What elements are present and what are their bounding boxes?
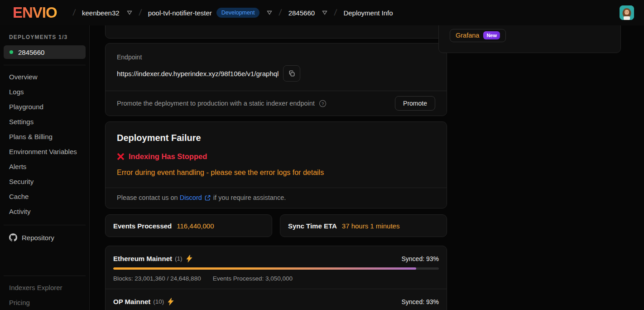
synced-percentage: Synced: 93% [402,298,439,305]
network-name: Ethereum Mainnet [113,255,172,262]
sidebar-item-playground[interactable]: Playground [0,99,89,114]
network-row-ethereum: Ethereum Mainnet (1) Synced: 93% Blocks:… [106,246,447,289]
breadcrumb: / keenbeen32 / pool-tvl-notifier-tester … [66,8,393,18]
networks-sync-card: Ethereum Mainnet (1) Synced: 93% Blocks:… [105,246,447,310]
indexing-status-text: Indexing Has Stopped [129,152,207,161]
promote-description: Promote the deployment to production wit… [117,100,315,107]
blocks-detail: Blocks: 23,001,360 / 24,648,880 [113,275,201,282]
deployments-section-label: DEPLOYMENTS 1/3 [9,34,89,40]
user-avatar[interactable] [620,5,634,20]
svg-text:?: ? [322,101,324,106]
org-dropdown-icon[interactable] [127,10,132,15]
stats-row: Events Processed 116,440,000 Sync Time E… [105,214,447,237]
breadcrumb-project[interactable]: pool-tvl-notifier-tester [148,9,212,17]
sync-eta-value: 37 hours 1 minutes [342,222,400,230]
sync-progress-track [113,267,439,270]
sync-eta-card: Sync Time ETA 37 hours 1 minutes [280,214,447,237]
synced-percentage: Synced: 93% [402,255,439,262]
sidebar-item-settings[interactable]: Settings [0,114,89,129]
sidebar-item-cache[interactable]: Cache [0,189,89,204]
sidebar-nav: Overview Logs Playground Settings Plans … [0,69,89,219]
breadcrumb-page: Deployment Info [343,9,393,17]
project-dropdown-icon[interactable] [267,10,272,15]
deployment-failure-card: Deployment Failure Indexing Has Stopped … [105,121,447,208]
sidebar-item-logs[interactable]: Logs [0,84,89,99]
selected-deployment-id: 2845660 [18,48,44,56]
error-message: Error during event handling - please see… [117,169,435,177]
sidebar-divider [4,65,86,65]
copy-icon [288,70,295,77]
repository-label: Repository [22,234,54,242]
sidebar-divider [4,225,86,225]
endpoint-url: https://indexer.dev.hyperindex.xyz/98f10… [117,70,279,78]
network-name: OP Mainnet [113,298,150,305]
sidebar-item-deployment-selected[interactable]: 2845660 [4,45,86,59]
external-link-icon[interactable] [205,195,211,202]
main-content: Endpoint https://indexer.dev.hyperindex.… [90,25,644,310]
sidebar-item-activity[interactable]: Activity [0,204,89,219]
top-header: ENVIO / keenbeen32 / pool-tvl-notifier-t… [0,0,644,25]
deployment-dropdown-icon[interactable] [322,10,327,15]
sidebar-item-repository[interactable]: Repository [0,229,89,247]
sidebar-item-security[interactable]: Security [0,174,89,189]
sidebar-footer-nav: Indexers Explorer Pricing [0,280,89,310]
grafana-button[interactable]: Grafana New [450,29,506,42]
network-row-op: OP Mainnet (10) Synced: 93% [106,289,447,310]
events-detail: Events Processed: 3,050,000 [213,275,293,282]
envio-logo[interactable]: ENVIO [13,4,57,21]
deployment-status-dot [10,50,13,54]
failure-card-title: Deployment Failure [117,133,435,143]
breadcrumb-deployment[interactable]: 2845660 [288,9,315,17]
breadcrumb-separator: / [72,8,76,18]
copy-endpoint-button[interactable] [283,65,300,82]
endpoint-card: Endpoint https://indexer.dev.hyperindex.… [105,43,447,116]
sidebar: DEPLOYMENTS 1/3 2845660 Overview Logs Pl… [0,25,90,310]
breadcrumb-org[interactable]: keenbeen32 [82,9,120,17]
grafana-label: Grafana [456,32,479,39]
contact-footer: Please contact us on Discord if you requ… [106,188,447,208]
breadcrumb-separator: / [334,8,337,18]
sidebar-item-indexers-explorer[interactable]: Indexers Explorer [0,280,89,295]
sidebar-item-pricing[interactable]: Pricing [0,295,89,310]
contact-text-suffix: if you require assistance. [211,194,286,201]
sidebar-item-alerts[interactable]: Alerts [0,159,89,174]
network-count: (10) [153,298,164,305]
new-badge: New [483,31,500,39]
sidebar-item-plans-billing[interactable]: Plans & Billing [0,129,89,144]
promote-button[interactable]: Promote [395,96,435,111]
events-processed-label: Events Processed [113,222,172,230]
promote-footer: Promote the deployment to production wit… [106,91,447,116]
events-processed-card: Events Processed 116,440,000 [105,214,272,237]
contact-text-prefix: Please contact us on [117,194,180,201]
endpoint-label: Endpoint [117,53,435,61]
help-icon[interactable]: ? [319,100,327,107]
breadcrumb-separator: / [138,8,142,18]
lightning-bolt-icon [186,255,192,262]
github-icon [9,233,17,242]
red-x-icon [117,153,125,160]
events-processed-value: 116,440,000 [177,222,214,230]
breadcrumb-separator: / [279,8,282,18]
lightning-bolt-icon [168,298,174,305]
sidebar-item-environment-variables[interactable]: Environment Variables [0,144,89,159]
sync-progress-fill [113,267,416,270]
network-count: (1) [175,255,183,262]
sidebar-item-overview[interactable]: Overview [0,69,89,84]
sync-eta-label: Sync Time ETA [288,222,337,230]
sidebar-divider [4,276,86,276]
discord-link[interactable]: Discord [180,194,202,201]
environment-badge[interactable]: Development [216,8,260,18]
